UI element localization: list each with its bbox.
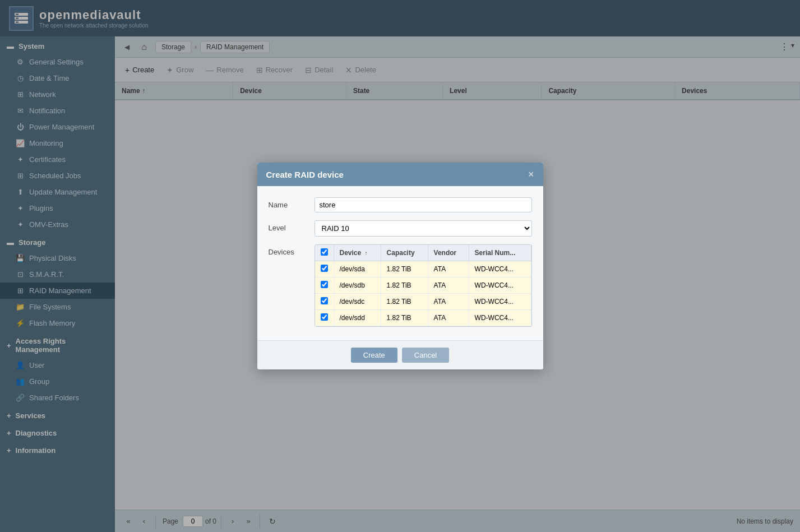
device-row[interactable]: /dev/sdc 1.82 TiB ATA WD-WCC4... <box>315 294 531 310</box>
device-row[interactable]: /dev/sda 1.82 TiB ATA WD-WCC4... <box>315 261 531 277</box>
devices-table: Device ↑ Capacity Vendor Serial Num... /… <box>315 245 531 326</box>
modal-cancel-button[interactable]: Cancel <box>402 348 449 363</box>
name-label: Name <box>269 197 308 209</box>
device-cell: /dev/sdd <box>334 310 381 326</box>
col-vendor-header[interactable]: Vendor <box>428 245 469 261</box>
vendor-cell: ATA <box>428 261 469 277</box>
devices-table-wrapper: Device ↑ Capacity Vendor Serial Num... /… <box>315 244 532 327</box>
modal-body: Name Level RAID 0 RAID 1 RAID 5 RAID 6 R… <box>257 186 543 340</box>
device-checkbox[interactable] <box>321 281 328 288</box>
device-checkbox[interactable] <box>321 313 328 321</box>
vendor-cell: ATA <box>428 277 469 294</box>
name-row: Name <box>269 197 532 212</box>
device-checkbox-cell <box>315 310 334 326</box>
col-capacity-header[interactable]: Capacity <box>381 245 428 261</box>
devices-label: Devices <box>269 244 308 256</box>
level-label: Level <box>269 220 308 232</box>
col-serial-header[interactable]: Serial Num... <box>469 245 531 261</box>
capacity-cell: 1.82 TiB <box>381 294 428 310</box>
name-control <box>315 197 532 212</box>
device-row[interactable]: /dev/sdd 1.82 TiB ATA WD-WCC4... <box>315 310 531 326</box>
create-raid-modal: Create RAID device × Name Level RAID 0 R… <box>257 163 543 369</box>
modal-overlay: Create RAID device × Name Level RAID 0 R… <box>0 0 800 532</box>
device-cell: /dev/sda <box>334 261 381 277</box>
modal-close-button[interactable]: × <box>528 169 534 179</box>
device-checkbox-cell <box>315 261 334 277</box>
serial-cell: WD-WCC4... <box>469 294 531 310</box>
col-device-header[interactable]: Device ↑ <box>334 245 381 261</box>
modal-footer: Create Cancel <box>257 340 543 369</box>
capacity-cell: 1.82 TiB <box>381 261 428 277</box>
device-cell: /dev/sdb <box>334 277 381 294</box>
name-input[interactable] <box>315 197 532 212</box>
level-row: Level RAID 0 RAID 1 RAID 5 RAID 6 RAID 1… <box>269 220 532 237</box>
device-checkbox[interactable] <box>321 265 328 272</box>
vendor-cell: ATA <box>428 294 469 310</box>
serial-cell: WD-WCC4... <box>469 310 531 326</box>
device-cell: /dev/sdc <box>334 294 381 310</box>
col-check <box>315 245 334 261</box>
capacity-cell: 1.82 TiB <box>381 310 428 326</box>
device-checkbox-cell <box>315 277 334 294</box>
level-select[interactable]: RAID 0 RAID 1 RAID 5 RAID 6 RAID 10 <box>315 220 532 237</box>
level-control: RAID 0 RAID 1 RAID 5 RAID 6 RAID 10 <box>315 220 532 237</box>
device-row[interactable]: /dev/sdb 1.82 TiB ATA WD-WCC4... <box>315 277 531 294</box>
serial-cell: WD-WCC4... <box>469 277 531 294</box>
vendor-cell: ATA <box>428 310 469 326</box>
device-checkbox-cell <box>315 294 334 310</box>
capacity-cell: 1.82 TiB <box>381 277 428 294</box>
devices-row: Devices Device ↑ Capacity Vendor Se <box>269 244 532 327</box>
modal-create-button[interactable]: Create <box>351 348 397 363</box>
device-checkbox[interactable] <box>321 297 328 304</box>
serial-cell: WD-WCC4... <box>469 261 531 277</box>
modal-header: Create RAID device × <box>257 163 543 186</box>
modal-title: Create RAID device <box>266 170 344 179</box>
select-all-checkbox[interactable] <box>321 248 328 256</box>
